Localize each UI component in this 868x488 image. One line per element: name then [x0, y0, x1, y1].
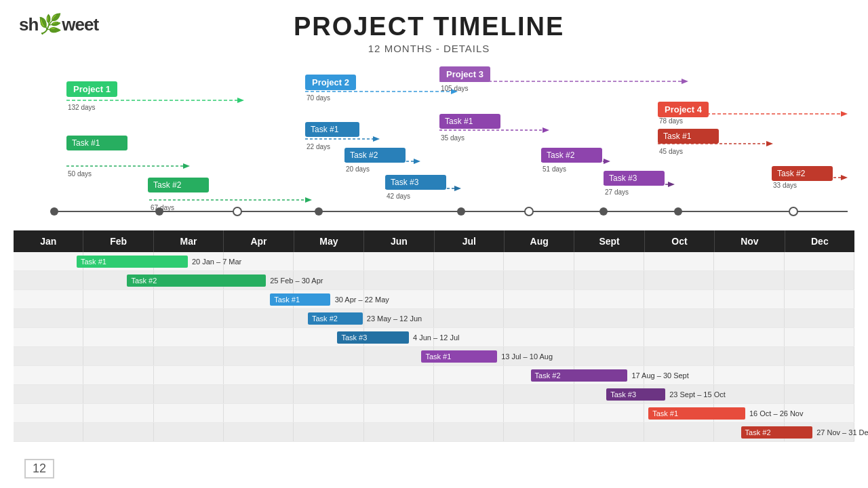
- bar-container: Task #120 Jan – 7 Mar: [14, 252, 854, 270]
- svg-marker-17: [305, 197, 312, 203]
- bar-date-label: 17 Aug – 30 Sept: [631, 371, 688, 380]
- month-cell-jan: Jan: [14, 230, 83, 252]
- svg-marker-26: [414, 159, 420, 164]
- month-cell-sept: Sept: [574, 230, 644, 252]
- gantt-top-diagram: 132 days 50 days 67 days 70 days 22 days…: [14, 61, 854, 230]
- gantt-svg-overlay: 132 days 50 days 67 days 70 days 22 days…: [14, 61, 854, 230]
- project-2-label: Project 2: [305, 75, 356, 90]
- svg-point-4: [457, 207, 465, 216]
- gantt-bar: Task #1: [648, 407, 745, 420]
- calendar-section: JanFebMarAprMayJunJulAugSeptOctNovDec Ta…: [14, 230, 854, 442]
- table-row: Task #116 Oct – 26 Nov: [14, 404, 854, 423]
- month-cell-oct: Oct: [645, 230, 715, 252]
- month-cell-aug: Aug: [505, 230, 574, 252]
- month-cell-apr: Apr: [224, 230, 294, 252]
- svg-text:70 days: 70 days: [307, 94, 330, 102]
- gantt-bar: Task #2: [308, 312, 363, 325]
- svg-text:33 days: 33 days: [773, 182, 797, 189]
- gantt-bar: Task #2: [531, 369, 628, 382]
- logo-text-weet: weet: [62, 14, 98, 35]
- bar-date-label: 16 Oct – 26 Nov: [749, 409, 804, 418]
- gantt-bar: Task #3: [337, 331, 408, 344]
- svg-marker-35: [542, 127, 549, 133]
- bar-container: Task #227 Nov – 31 Dec: [14, 423, 854, 441]
- month-cell-jun: Jun: [364, 230, 434, 252]
- bar-container: Task #34 Jun – 12 Jul: [14, 328, 854, 346]
- month-cell-nov: Nov: [715, 230, 785, 252]
- project-3-label: Project 3: [439, 66, 490, 82]
- svg-marker-47: [766, 141, 773, 146]
- table-row: Task #227 Nov – 31 Dec: [14, 423, 854, 442]
- bar-date-label: 27 Nov – 31 Dec: [816, 428, 868, 436]
- table-row: Task #217 Aug – 30 Sept: [14, 366, 854, 385]
- bar-date-label: 23 Sept – 15 Oct: [669, 390, 726, 399]
- svg-point-1: [50, 207, 58, 216]
- proj1-task1-box: Task #1: [66, 136, 127, 150]
- table-row: Task #113 Jul – 10 Aug: [14, 347, 854, 366]
- bar-date-label: 13 Jul – 10 Aug: [501, 352, 553, 361]
- sub-title: 12 Months - Details: [98, 43, 760, 54]
- title-block: Project Timeline 12 Months - Details: [98, 12, 760, 54]
- proj2-task3-box: Task #3: [385, 175, 446, 190]
- svg-marker-50: [841, 175, 848, 180]
- gantt-rows: Task #120 Jan – 7 MarTask #225 Feb – 30 …: [14, 252, 854, 442]
- svg-point-3: [315, 207, 323, 216]
- svg-text:42 days: 42 days: [387, 192, 410, 200]
- bar-date-label: 25 Feb – 30 Apr: [270, 277, 323, 285]
- table-row: Task #130 Apr – 22 May: [14, 290, 854, 309]
- bar-date-label: 20 Jan – 7 Mar: [192, 258, 241, 266]
- bar-date-label: 30 Apr – 22 May: [335, 296, 389, 304]
- table-row: Task #323 Sept – 15 Oct: [14, 385, 854, 404]
- svg-text:51 days: 51 days: [542, 165, 566, 173]
- svg-point-9: [789, 207, 797, 216]
- gantt-bar: Task #1: [421, 350, 497, 363]
- proj3-task3-box: Task #3: [604, 171, 665, 186]
- proj3-task1-box: Task #1: [439, 114, 500, 129]
- logo-leaf-icon: 🌿: [38, 13, 62, 35]
- bar-container: Task #223 May – 12 Jun: [14, 309, 854, 327]
- svg-point-5: [599, 207, 608, 216]
- bar-container: Task #113 Jul – 10 Aug: [14, 347, 854, 365]
- month-cell-may: May: [294, 230, 364, 252]
- bar-container: Task #116 Oct – 26 Nov: [14, 404, 854, 422]
- svg-text:50 days: 50 days: [68, 170, 92, 178]
- gantt-bar: Task #3: [606, 388, 665, 401]
- month-header-row: JanFebMarAprMayJunJulAugSeptOctNovDec: [14, 230, 854, 252]
- main-title: Project Timeline: [98, 12, 760, 41]
- logo-text-sh: sh: [19, 14, 38, 35]
- svg-text:105 days: 105 days: [441, 85, 469, 92]
- svg-point-7: [233, 207, 241, 216]
- svg-text:132 days: 132 days: [68, 104, 96, 111]
- proj4-task1-box: Task #1: [658, 129, 719, 144]
- svg-text:35 days: 35 days: [441, 134, 465, 142]
- svg-marker-23: [373, 136, 380, 142]
- bar-container: Task #323 Sept – 15 Oct: [14, 385, 854, 403]
- proj1-task2-box: Task #2: [148, 178, 209, 192]
- proj4-task2-box: Task #2: [772, 166, 833, 181]
- svg-marker-11: [237, 98, 244, 103]
- svg-text:45 days: 45 days: [659, 148, 683, 155]
- gantt-bar: Task #2: [741, 426, 812, 439]
- table-row: Task #34 Jun – 12 Jul: [14, 328, 854, 347]
- svg-text:20 days: 20 days: [346, 165, 370, 173]
- svg-point-2: [155, 207, 163, 216]
- svg-text:67 days: 67 days: [151, 204, 174, 211]
- svg-point-6: [674, 207, 682, 216]
- proj2-task1-box: Task #1: [305, 122, 359, 137]
- bar-date-label: 4 Jun – 12 Jul: [413, 333, 460, 342]
- table-row: Task #223 May – 12 Jun: [14, 309, 854, 328]
- svg-text:78 days: 78 days: [659, 117, 683, 125]
- svg-text:27 days: 27 days: [605, 188, 629, 196]
- month-cell-mar: Mar: [154, 230, 224, 252]
- gantt-bar: Task #2: [127, 274, 266, 287]
- project-1-label: Project 1: [66, 81, 117, 97]
- page-number: 12: [24, 459, 54, 479]
- table-row: Task #225 Feb – 30 Apr: [14, 271, 854, 290]
- svg-point-8: [525, 207, 533, 216]
- svg-marker-20: [451, 89, 458, 94]
- svg-marker-44: [841, 111, 848, 117]
- bar-container: Task #217 Aug – 30 Sept: [14, 366, 854, 384]
- month-cell-dec: Dec: [785, 230, 854, 252]
- proj3-task2-box: Task #2: [541, 148, 602, 163]
- table-row: Task #120 Jan – 7 Mar: [14, 252, 854, 271]
